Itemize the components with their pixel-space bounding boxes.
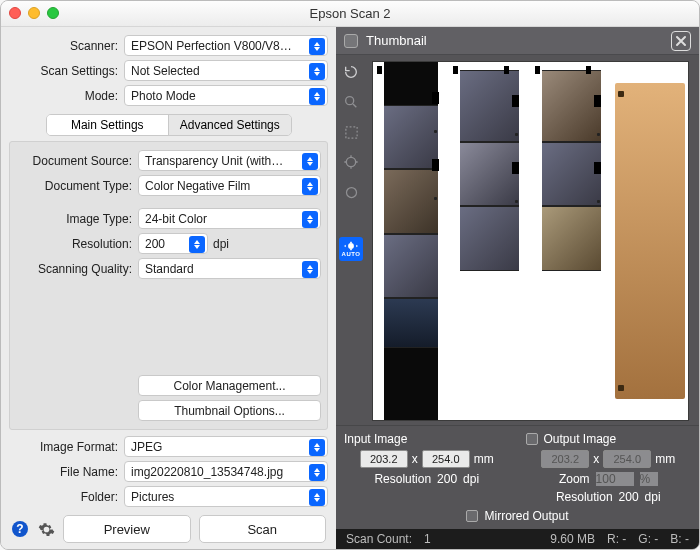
settings-pane: Scanner: EPSON Perfection V800/V8… Scan … xyxy=(1,27,336,549)
tab-advanced-settings[interactable]: Advanced Settings xyxy=(168,115,291,135)
thumbnail-checkbox[interactable] xyxy=(344,34,358,48)
unit-mm: mm xyxy=(474,452,494,466)
color-management-button[interactable]: Color Management... xyxy=(138,375,321,396)
image-format-label: Image Format: xyxy=(9,440,124,454)
marquee-icon[interactable] xyxy=(340,121,362,143)
preview-button[interactable]: Preview xyxy=(63,515,191,543)
close-window-icon[interactable] xyxy=(9,7,21,19)
scan-size: 9.60 MB xyxy=(550,532,595,546)
folder-select[interactable]: Pictures xyxy=(124,486,328,507)
image-format-select[interactable]: JPEG xyxy=(124,436,328,457)
target-icon[interactable] xyxy=(340,151,362,173)
scan-preview[interactable] xyxy=(372,61,689,421)
status-bar: Scan Count: 1 9.60 MB R: - G: - B: - xyxy=(336,529,699,549)
output-image-label: Output Image xyxy=(544,432,617,446)
thumbnail-header-label: Thumbnail xyxy=(366,33,427,48)
resolution-select[interactable]: 200 xyxy=(138,233,208,254)
zoom-window-icon[interactable] xyxy=(47,7,59,19)
doc-type-label: Document Type: xyxy=(16,179,138,193)
input-width[interactable]: 203.2 xyxy=(360,450,408,468)
rotate-icon[interactable] xyxy=(340,61,362,83)
status-g: G: - xyxy=(638,532,658,546)
zoom-unit: % xyxy=(640,472,658,486)
chevron-dual-icon xyxy=(302,153,318,170)
chevron-dual-icon xyxy=(309,38,325,55)
chevron-dual-icon xyxy=(309,63,325,80)
chevron-dual-icon xyxy=(302,211,318,228)
output-image-checkbox[interactable] xyxy=(526,433,538,445)
resolution-label: Resolution: xyxy=(16,237,138,251)
svg-rect-3 xyxy=(345,126,356,137)
settings-tabs: Main Settings Advanced Settings xyxy=(46,114,292,136)
gear-icon[interactable] xyxy=(37,520,55,538)
input-res-label: Resolution xyxy=(374,472,431,486)
folder-label: Folder: xyxy=(9,490,124,504)
scanner-select[interactable]: EPSON Perfection V800/V8… xyxy=(124,35,328,56)
app-window: Epson Scan 2 Scanner: EPSON Perfection V… xyxy=(0,0,700,550)
file-name-select[interactable]: img20220810_13534748.jpg xyxy=(124,461,328,482)
svg-point-4 xyxy=(346,157,355,166)
quality-label: Scanning Quality: xyxy=(16,262,138,276)
scan-settings-select[interactable]: Not Selected xyxy=(124,60,328,81)
chevron-dual-icon xyxy=(302,261,318,278)
mode-select[interactable]: Photo Mode xyxy=(124,85,328,106)
input-height[interactable]: 254.0 xyxy=(422,450,470,468)
svg-point-2 xyxy=(346,97,354,105)
output-width: 203.2 xyxy=(541,450,589,468)
minimize-window-icon[interactable] xyxy=(28,7,40,19)
help-icon[interactable]: ? xyxy=(11,520,29,538)
scan-count-label: Scan Count: xyxy=(346,532,412,546)
mirrored-output-label: Mirrored Output xyxy=(484,509,568,523)
chevron-dual-icon xyxy=(309,439,325,456)
window-title: Epson Scan 2 xyxy=(310,6,391,21)
zoom-label: Zoom xyxy=(559,472,590,486)
status-b: B: - xyxy=(670,532,689,546)
preview-toolbar: AUTO xyxy=(336,55,366,425)
image-type-label: Image Type: xyxy=(16,212,138,226)
close-thumbnail-button[interactable] xyxy=(671,31,691,51)
titlebar: Epson Scan 2 xyxy=(1,1,699,27)
output-height: 254.0 xyxy=(603,450,651,468)
chevron-dual-icon xyxy=(302,178,318,195)
size-section: Input Image 203.2 x 254.0 mm Resolution … xyxy=(336,425,699,506)
thumbnail-options-button[interactable]: Thumbnail Options... xyxy=(138,400,321,421)
input-res-value: 200 xyxy=(437,472,457,486)
image-type-select[interactable]: 24-bit Color xyxy=(138,208,321,229)
thumbnail-header: Thumbnail xyxy=(336,27,699,55)
scan-count-value: 1 xyxy=(424,532,431,546)
quality-select[interactable]: Standard xyxy=(138,258,321,279)
chevron-dual-icon xyxy=(189,236,205,253)
doc-source-label: Document Source: xyxy=(16,154,138,168)
status-r: R: - xyxy=(607,532,626,546)
svg-text:?: ? xyxy=(16,522,23,536)
scan-button[interactable]: Scan xyxy=(199,515,327,543)
svg-point-6 xyxy=(348,243,354,249)
auto-adjust-button[interactable]: AUTO xyxy=(339,237,363,261)
chevron-dual-icon xyxy=(309,489,325,506)
thumbnail-pane: Thumbnail xyxy=(336,27,699,549)
chevron-dual-icon xyxy=(309,88,325,105)
doc-source-select[interactable]: Transparency Unit (with… xyxy=(138,150,321,171)
scan-settings-label: Scan Settings: xyxy=(9,64,124,78)
svg-point-5 xyxy=(346,187,356,197)
mode-label: Mode: xyxy=(9,89,124,103)
zoom-icon[interactable] xyxy=(340,91,362,113)
zoom-value: 100 xyxy=(596,472,634,486)
doc-type-select[interactable]: Color Negative Film xyxy=(138,175,321,196)
chevron-dual-icon xyxy=(309,464,325,481)
input-image-label: Input Image xyxy=(344,432,407,446)
resolution-unit: dpi xyxy=(213,237,229,251)
main-settings-panel: Document Source: Transparency Unit (with… xyxy=(9,141,328,430)
tab-main-settings[interactable]: Main Settings xyxy=(47,115,169,135)
eyedropper-icon[interactable] xyxy=(340,181,362,203)
file-name-label: File Name: xyxy=(9,465,124,479)
mirrored-output-checkbox[interactable] xyxy=(466,510,478,522)
scanner-label: Scanner: xyxy=(9,39,124,53)
